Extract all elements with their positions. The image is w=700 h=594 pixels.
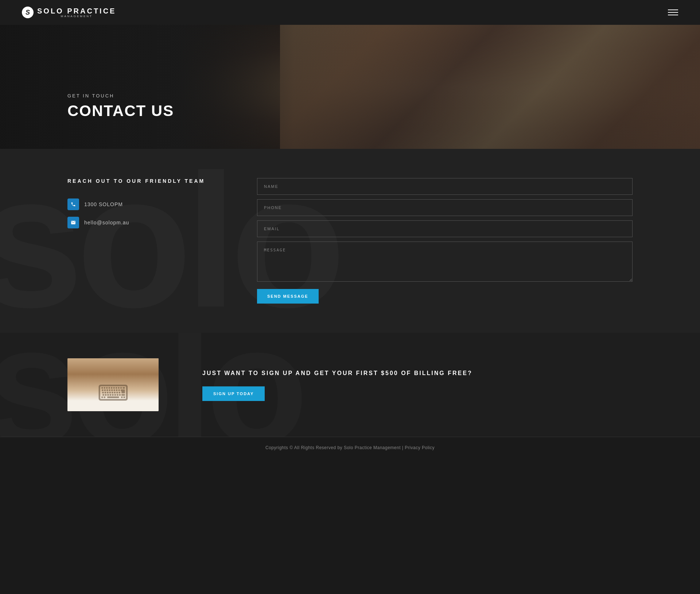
logo-name: SOLO PRACTICE <box>37 7 116 15</box>
hero-overlay <box>0 25 700 149</box>
hamburger-menu[interactable] <box>668 9 678 15</box>
contact-phone-item: 1300 SOLOPM <box>67 198 221 210</box>
contact-form: SEND MESSAGE <box>257 178 633 304</box>
hero-eyebrow: GET IN TOUCH <box>67 93 174 99</box>
hamburger-line-3 <box>668 15 678 15</box>
phone-icon <box>67 198 79 210</box>
contact-section: solo REACH OUT TO OUR FRIENDLY TEAM 1300… <box>0 149 700 333</box>
hero-section: GET IN TOUCH CONTACT US <box>0 25 700 149</box>
hero-title: CONTACT US <box>67 102 174 120</box>
logo[interactable]: S SOLO PRACTICE MANAGEMENT <box>22 7 116 18</box>
signup-image <box>67 358 159 411</box>
contact-left: REACH OUT TO OUR FRIENDLY TEAM 1300 SOLO… <box>67 178 221 235</box>
navbar: S SOLO PRACTICE MANAGEMENT <box>0 0 700 25</box>
footer-copyright: Copyrights © All Rights Reserved by Solo… <box>265 445 405 450</box>
contact-email-text: hello@solopm.au <box>84 220 129 225</box>
send-message-button[interactable]: SEND MESSAGE <box>257 289 319 304</box>
signup-heading: JUST WANT TO SIGN UP AND GET YOUR FIRST … <box>202 369 633 378</box>
signup-section: solo JUST WANT TO SIGN UP AND GET YOUR F… <box>0 333 700 437</box>
contact-heading: REACH OUT TO OUR FRIENDLY TEAM <box>67 178 221 184</box>
footer: Copyrights © All Rights Reserved by Solo… <box>0 437 700 458</box>
contact-email-item: hello@solopm.au <box>67 217 221 228</box>
footer-text: Copyrights © All Rights Reserved by Solo… <box>0 445 700 450</box>
logo-icon: S <box>22 7 34 18</box>
privacy-policy-link[interactable]: Privacy Policy <box>405 445 435 450</box>
phone-input[interactable] <box>257 199 633 216</box>
signup-text: JUST WANT TO SIGN UP AND GET YOUR FIRST … <box>202 369 633 401</box>
logo-text: SOLO PRACTICE MANAGEMENT <box>37 7 116 18</box>
hero-content: GET IN TOUCH CONTACT US <box>67 93 174 120</box>
signup-inner: JUST WANT TO SIGN UP AND GET YOUR FIRST … <box>67 358 633 411</box>
hamburger-line-1 <box>668 9 678 10</box>
name-input[interactable] <box>257 178 633 195</box>
email-input[interactable] <box>257 220 633 237</box>
hamburger-line-2 <box>668 12 678 13</box>
email-icon <box>67 217 79 228</box>
contact-phone-text: 1300 SOLOPM <box>84 201 123 207</box>
signup-button[interactable]: SIGN UP TODAY <box>202 386 265 401</box>
message-input[interactable] <box>257 242 633 282</box>
contact-inner: REACH OUT TO OUR FRIENDLY TEAM 1300 SOLO… <box>67 178 633 304</box>
logo-subtitle: MANAGEMENT <box>37 15 116 18</box>
